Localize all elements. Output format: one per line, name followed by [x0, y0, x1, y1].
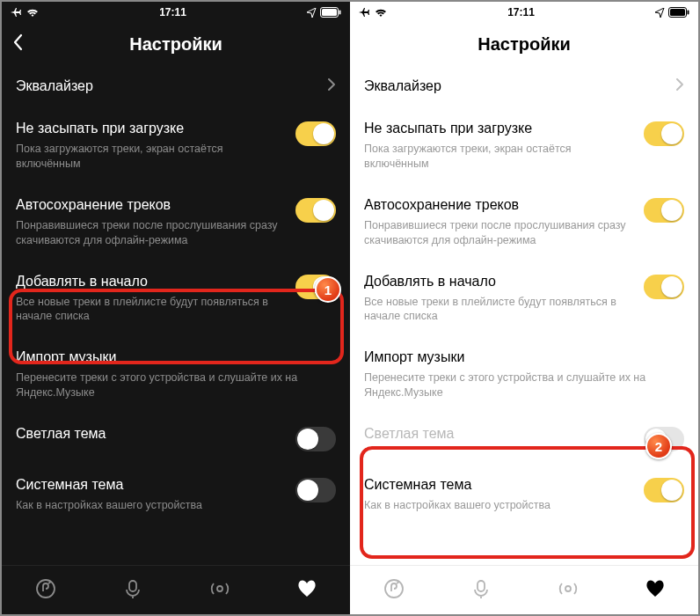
settings-list: Эквалайзер Не засыпать при загрузке Пока… — [2, 65, 350, 565]
svg-rect-2 — [339, 11, 340, 15]
row-subtitle: Пока загружаются треки, экран остаётся в… — [364, 142, 635, 172]
nav-bar: Настройки — [350, 23, 698, 65]
row-subtitle: Пока загружаются треки, экран остаётся в… — [16, 142, 287, 172]
row-label: Импорт музыки — [16, 348, 336, 366]
tab-radio[interactable] — [208, 577, 231, 604]
tab-feed[interactable] — [34, 577, 57, 604]
wifi-icon — [26, 8, 39, 18]
chevron-right-icon — [675, 77, 684, 95]
svg-rect-1 — [322, 9, 337, 16]
tab-my-music[interactable] — [295, 577, 318, 604]
row-system-theme: Системная тема Как в настройках вашего у… — [16, 464, 336, 525]
row-label: Импорт музыки — [364, 348, 684, 366]
page-title: Настройки — [478, 34, 571, 55]
row-equalizer[interactable]: Эквалайзер — [16, 65, 336, 107]
row-label: Системная тема — [364, 476, 635, 494]
row-autosave: Автосохранение треков Понравившиеся трек… — [16, 184, 336, 260]
row-no-sleep: Не засыпать при загрузке Пока загружаютс… — [16, 107, 336, 184]
row-label: Светлая тема — [364, 425, 635, 443]
tab-bar — [2, 565, 350, 614]
page-title: Настройки — [129, 34, 222, 55]
phone-light-theme: 17:11 Настройки Эквалайзер Не засыпать п… — [350, 2, 698, 614]
status-bar: 17:11 — [350, 2, 698, 23]
tab-podcasts[interactable] — [470, 577, 492, 604]
wifi-icon — [375, 8, 387, 18]
toggle-system-theme[interactable] — [295, 478, 336, 502]
row-subtitle: Все новые треки в плейлисте будут появля… — [16, 295, 287, 325]
row-autosave: Автосохранение треков Понравившиеся трек… — [364, 184, 684, 260]
row-label: Светлая тема — [16, 425, 287, 443]
battery-icon — [320, 7, 341, 18]
tab-my-music[interactable] — [644, 577, 667, 604]
toggle-no-sleep[interactable] — [295, 121, 336, 146]
row-label: Эквалайзер — [364, 77, 667, 95]
row-light-theme: Светлая тема — [364, 413, 684, 464]
tab-bar — [350, 565, 698, 614]
row-light-theme: Светлая тема — [16, 413, 336, 464]
row-subtitle: Как в настройках вашего устройства — [364, 498, 635, 513]
row-label: Не засыпать при загрузке — [364, 120, 635, 137]
location-icon — [655, 8, 665, 18]
back-button[interactable] — [12, 33, 25, 55]
toggle-light-theme[interactable] — [644, 427, 684, 451]
airplane-icon — [359, 7, 371, 18]
battery-icon — [668, 7, 689, 18]
row-equalizer[interactable]: Эквалайзер — [364, 65, 684, 107]
row-import-music[interactable]: Импорт музыки Перенесите треки с этого у… — [16, 336, 336, 413]
toggle-add-to-top[interactable] — [295, 275, 336, 299]
status-time: 17:11 — [507, 6, 535, 18]
tab-feed[interactable] — [383, 577, 405, 604]
toggle-no-sleep[interactable] — [644, 121, 684, 146]
toggle-light-theme[interactable] — [295, 427, 336, 451]
svg-rect-4 — [129, 581, 136, 591]
tab-radio[interactable] — [557, 577, 580, 604]
svg-rect-10 — [478, 581, 485, 591]
svg-rect-8 — [687, 11, 689, 15]
row-label: Системная тема — [16, 476, 287, 494]
row-add-to-top: Добавлять в начало Все новые треки в пле… — [16, 260, 336, 337]
row-import-music[interactable]: Импорт музыки Перенесите треки с этого у… — [364, 336, 684, 413]
nav-bar: Настройки — [2, 23, 350, 65]
phone-dark-theme: 17:11 Настройки Эквалайзер Не засыпать п… — [2, 2, 350, 614]
status-bar: 17:11 — [2, 2, 350, 23]
toggle-autosave[interactable] — [644, 198, 684, 223]
tab-podcasts[interactable] — [121, 577, 144, 604]
location-icon — [307, 8, 317, 18]
row-system-theme: Системная тема Как в настройках вашего у… — [364, 464, 684, 525]
status-time: 17:11 — [159, 6, 186, 18]
row-label: Добавлять в начало — [364, 273, 635, 290]
toggle-autosave[interactable] — [295, 198, 336, 223]
svg-rect-7 — [670, 9, 685, 16]
row-subtitle: Понравившиеся треки после прослушивания … — [364, 218, 635, 248]
toggle-system-theme[interactable] — [644, 478, 684, 502]
row-label: Не засыпать при загрузке — [16, 120, 287, 137]
row-add-to-top: Добавлять в начало Все новые треки в пле… — [364, 260, 684, 337]
row-label: Автосохранение треков — [364, 196, 635, 214]
row-label: Автосохранение треков — [16, 196, 287, 214]
toggle-add-to-top[interactable] — [644, 275, 684, 299]
row-no-sleep: Не засыпать при загрузке Пока загружаютс… — [364, 107, 684, 184]
settings-list: Эквалайзер Не засыпать при загрузке Пока… — [350, 65, 698, 565]
row-label: Добавлять в начало — [16, 273, 287, 290]
row-subtitle: Перенесите треки с этого устройства и сл… — [364, 370, 684, 400]
svg-point-11 — [565, 586, 571, 591]
row-subtitle: Как в настройках вашего устройства — [16, 498, 287, 513]
airplane-icon — [11, 7, 23, 18]
row-subtitle: Понравившиеся треки после прослушивания … — [16, 218, 287, 248]
row-subtitle: Все новые треки в плейлисте будут появля… — [364, 295, 635, 325]
svg-point-5 — [217, 586, 222, 591]
row-subtitle: Перенесите треки с этого устройства и сл… — [16, 370, 336, 400]
row-label: Эквалайзер — [16, 77, 318, 95]
chevron-right-icon — [327, 77, 336, 95]
